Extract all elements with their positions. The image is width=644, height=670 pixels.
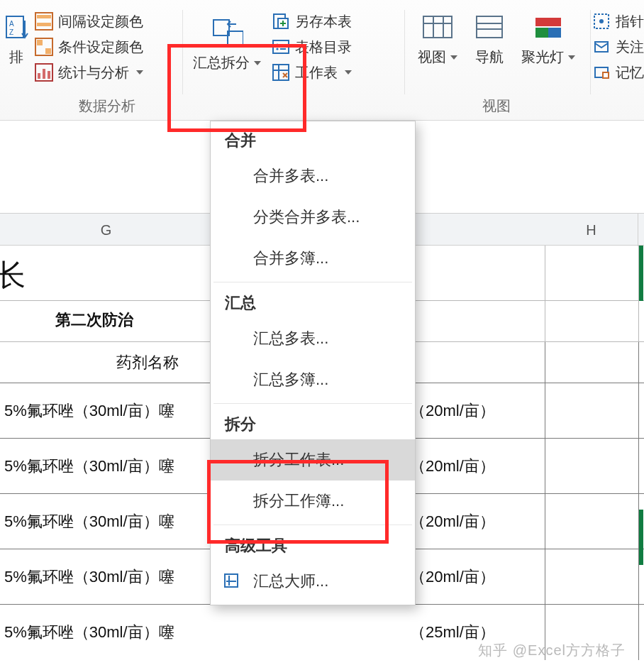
svg-rect-25: [423, 16, 452, 38]
menu-master[interactable]: 汇总大师...: [211, 561, 415, 602]
analysis-section-label: 数据分析: [33, 97, 182, 116]
nav-label: 导航: [475, 48, 504, 66]
svg-rect-7: [37, 40, 43, 45]
view-icon: [421, 11, 454, 44]
sort-icon: AZ: [0, 11, 33, 44]
subheader2-text: 药剂名称: [116, 352, 179, 373]
menu-sum-tables[interactable]: 汇总多表...: [211, 318, 415, 359]
catalog-icon: [271, 37, 291, 57]
condition-color-button[interactable]: 条件设定颜色: [33, 34, 182, 60]
subheader-text: 第二次防治: [55, 309, 133, 331]
svg-rect-39: [603, 72, 609, 78]
menu-section-sum: 汇总: [211, 285, 415, 318]
stats-label: 统计与分析: [58, 63, 129, 82]
ribbon-group-tables: 另存本表 表格目录 工作表: [270, 9, 404, 120]
view-section-label: 视图: [404, 97, 589, 116]
cell-right: （20ml/亩）: [410, 566, 495, 588]
follow-icon: [592, 37, 611, 57]
menu-section-split: 拆分: [211, 407, 415, 439]
save-copy-button[interactable]: 另存本表: [270, 9, 404, 34]
summary-split-menu: 合并 合并多表... 分类合并多表... 合并多簿... 汇总 汇总多表... …: [210, 121, 416, 605]
ribbon-separator: [182, 10, 183, 94]
svg-rect-10: [38, 73, 40, 79]
menu-sum-books[interactable]: 汇总多簿...: [211, 359, 415, 400]
svg-rect-34: [548, 28, 561, 38]
chevron-down-icon: [450, 55, 457, 60]
ribbon-group-analysis: 间隔设定颜色 条件设定颜色 统计与分析 数据分析: [33, 9, 182, 120]
svg-rect-8: [45, 48, 51, 54]
remember-button[interactable]: 记忆: [590, 60, 644, 85]
interval-color-button[interactable]: 间隔设定颜色: [33, 9, 182, 34]
menu-split-sheet[interactable]: 拆分工作表...: [211, 439, 415, 480]
ribbon-group-view: 视图 导航 聚光灯 视图: [404, 9, 589, 120]
svg-rect-17: [273, 40, 289, 53]
pointer-label: 指针: [616, 12, 644, 31]
worksheet-icon: [271, 62, 291, 82]
chevron-down-icon: [345, 70, 352, 75]
catalog-label: 表格目录: [295, 38, 352, 57]
condition-color-icon: [34, 37, 54, 57]
spotlight-button[interactable]: 聚光灯: [521, 9, 575, 66]
column-header-h[interactable]: H: [545, 214, 638, 246]
menu-separator: [213, 403, 412, 404]
stats-button[interactable]: 统计与分析: [33, 60, 182, 85]
follow-label: 关注: [616, 38, 644, 57]
ribbon-group-summary: 汇总拆分: [184, 9, 270, 120]
ribbon-group-right: 指针 关注 记忆: [590, 9, 644, 120]
menu-separator: [213, 282, 412, 282]
summary-split-button[interactable]: 汇总拆分: [184, 14, 270, 72]
watermark: 知乎 @Excel方方格子: [478, 641, 626, 660]
svg-text:Z: Z: [9, 28, 13, 36]
worksheet-button[interactable]: 工作表: [270, 60, 404, 85]
svg-rect-14: [228, 31, 243, 47]
svg-rect-29: [477, 16, 502, 38]
menu-split-book[interactable]: 拆分工作簿...: [211, 480, 415, 522]
chevron-down-icon: [254, 61, 261, 65]
svg-rect-13: [213, 20, 229, 35]
save-copy-label: 另存本表: [295, 12, 352, 31]
svg-point-36: [599, 19, 604, 23]
svg-rect-5: [37, 23, 51, 26]
condition-color-label: 条件设定颜色: [58, 38, 143, 57]
cell-right: （20ml/亩）: [410, 456, 495, 477]
svg-rect-22: [273, 65, 289, 80]
svg-rect-33: [535, 28, 548, 38]
column-header-g[interactable]: G: [0, 214, 213, 246]
svg-rect-32: [535, 18, 561, 26]
svg-rect-12: [48, 71, 50, 79]
title-fragment: 长: [0, 256, 26, 295]
svg-text:A: A: [9, 20, 14, 28]
cell-right: （20ml/亩）: [410, 400, 495, 422]
active-cell-marker: [639, 510, 643, 565]
summary-split-icon: [211, 17, 243, 50]
sort-label: 排: [9, 48, 23, 66]
nav-button[interactable]: 导航: [473, 9, 506, 66]
active-cell-marker: [639, 246, 643, 301]
menu-merge-tables[interactable]: 合并多表...: [211, 155, 415, 197]
follow-button[interactable]: 关注: [590, 34, 644, 60]
menu-section-merge: 合并: [211, 123, 415, 155]
svg-rect-4: [37, 15, 51, 18]
sort-button[interactable]: AZ 排: [0, 9, 33, 66]
menu-section-advanced: 高级工具: [211, 528, 415, 561]
pointer-button[interactable]: 指针: [590, 9, 644, 34]
menu-merge-books[interactable]: 合并多簿...: [211, 238, 415, 279]
svg-point-18: [276, 43, 278, 45]
chevron-down-icon: [136, 70, 143, 75]
view-button[interactable]: 视图: [418, 9, 457, 66]
chevron-down-icon: [568, 55, 575, 60]
svg-point-19: [276, 48, 278, 50]
cell-left: 5%氟环唑（30ml/亩）噻: [4, 456, 174, 477]
interval-color-icon: [34, 11, 54, 31]
cell-left: 5%氟环唑（30ml/亩）噻: [4, 511, 174, 532]
menu-separator: [213, 525, 412, 525]
catalog-button[interactable]: 表格目录: [270, 34, 404, 60]
remember-label: 记忆: [616, 63, 644, 82]
remember-icon: [592, 62, 611, 82]
ribbon-toolbar: AZ 排 间隔设定颜色 条件设定颜色 统计与分析 数据分析: [0, 0, 644, 121]
pointer-icon: [592, 11, 611, 31]
spotlight-icon: [532, 11, 565, 44]
summary-split-label: 汇总拆分: [193, 54, 261, 72]
menu-merge-category[interactable]: 分类合并多表...: [211, 197, 415, 238]
cell-left: 5%氟环唑（30ml/亩）噻: [4, 566, 174, 588]
